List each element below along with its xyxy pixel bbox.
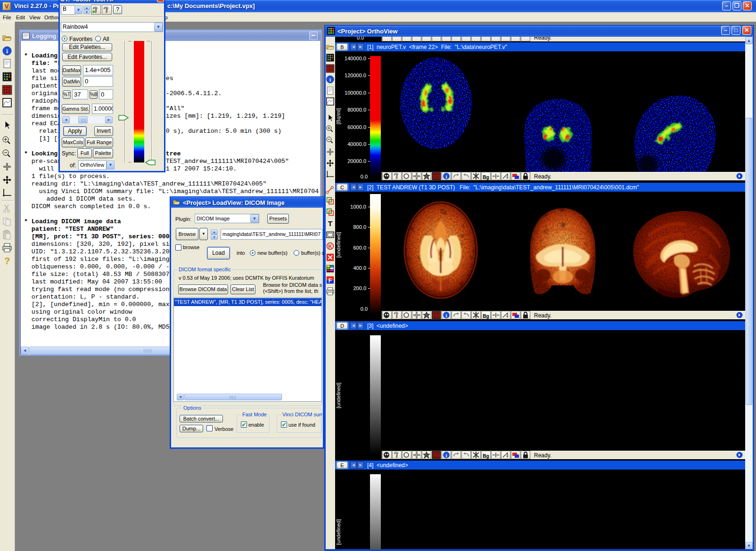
svg-text:T: T bbox=[328, 219, 333, 227]
svg-text:i: i bbox=[445, 313, 447, 318]
svg-text:?: ? bbox=[4, 256, 10, 266]
svg-text:i: i bbox=[445, 174, 447, 179]
svg-text:i: i bbox=[329, 77, 331, 82]
svg-text:K: K bbox=[328, 243, 332, 249]
svg-text:i: i bbox=[6, 48, 8, 55]
svg-text:F: F bbox=[329, 277, 332, 284]
svg-text:i: i bbox=[445, 453, 447, 458]
